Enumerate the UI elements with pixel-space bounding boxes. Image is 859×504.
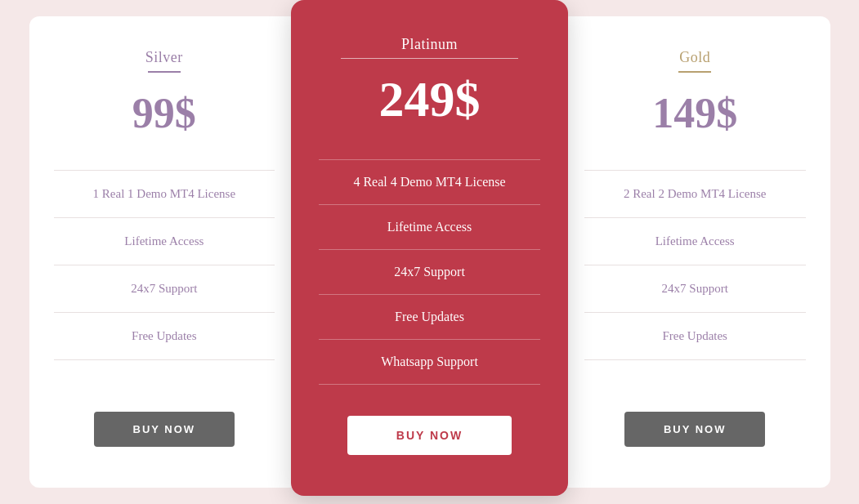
gold-divider-4 (584, 312, 806, 313)
gold-feature-3: 24x7 Support (584, 274, 806, 304)
plat-divider-4 (319, 294, 540, 295)
platinum-plan-name: Platinum (401, 36, 458, 53)
silver-divider-4 (54, 312, 275, 313)
gold-feature-2: Lifetime Access (584, 226, 806, 256)
platinum-card: Platinum 249$ 4 Real 4 Demo MT4 License … (291, 0, 568, 496)
silver-feature-2: Lifetime Access (54, 226, 275, 256)
silver-divider-5 (54, 359, 275, 360)
silver-divider-3 (54, 265, 275, 265)
platinum-price: 249$ (379, 70, 481, 128)
gold-divider-2 (584, 217, 806, 218)
platinum-feature-1: 4 Real 4 Demo MT4 License (319, 167, 540, 198)
platinum-feature-2: Lifetime Access (319, 212, 540, 243)
plat-divider-2 (319, 204, 540, 205)
gold-divider-1 (584, 170, 806, 171)
gold-price: 149$ (652, 89, 737, 137)
gold-underline (678, 71, 711, 73)
platinum-features: 4 Real 4 Demo MT4 License Lifetime Acces… (319, 153, 540, 391)
silver-feature-1: 1 Real 1 Demo MT4 License (54, 179, 275, 209)
gold-feature-1: 2 Real 2 Demo MT4 License (584, 179, 806, 209)
gold-feature-4: Free Updates (584, 321, 806, 351)
silver-plan-name: Silver (145, 49, 183, 66)
platinum-feature-4: Free Updates (319, 301, 540, 332)
platinum-buy-button[interactable]: BUY NOW (347, 416, 512, 455)
silver-buy-button[interactable]: BUY NOW (94, 412, 235, 447)
gold-card: Gold 149$ 2 Real 2 Demo MT4 License Life… (560, 16, 830, 488)
silver-features: 1 Real 1 Demo MT4 License Lifetime Acces… (54, 162, 275, 387)
silver-card: Silver 99$ 1 Real 1 Demo MT4 License Lif… (29, 16, 300, 488)
platinum-feature-3: 24x7 Support (319, 256, 540, 288)
gold-divider-3 (584, 265, 806, 265)
plat-divider-3 (319, 249, 540, 250)
silver-divider-1 (54, 170, 275, 171)
gold-buy-button[interactable]: BUY NOW (624, 412, 766, 447)
silver-feature-3: 24x7 Support (54, 274, 275, 304)
silver-underline (148, 71, 181, 73)
pricing-container: Silver 99$ 1 Real 1 Demo MT4 License Lif… (29, 16, 830, 488)
gold-divider-5 (584, 359, 806, 360)
plat-divider-6 (319, 384, 540, 385)
gold-features: 2 Real 2 Demo MT4 License Lifetime Acces… (584, 162, 806, 387)
silver-price: 99$ (132, 89, 196, 137)
plat-divider-1 (319, 159, 540, 160)
silver-feature-4: Free Updates (54, 321, 275, 351)
platinum-underline (341, 58, 518, 59)
gold-plan-name: Gold (679, 49, 710, 66)
platinum-feature-5: Whatsapp Support (319, 346, 540, 377)
silver-divider-2 (54, 217, 275, 218)
plat-divider-5 (319, 339, 540, 340)
